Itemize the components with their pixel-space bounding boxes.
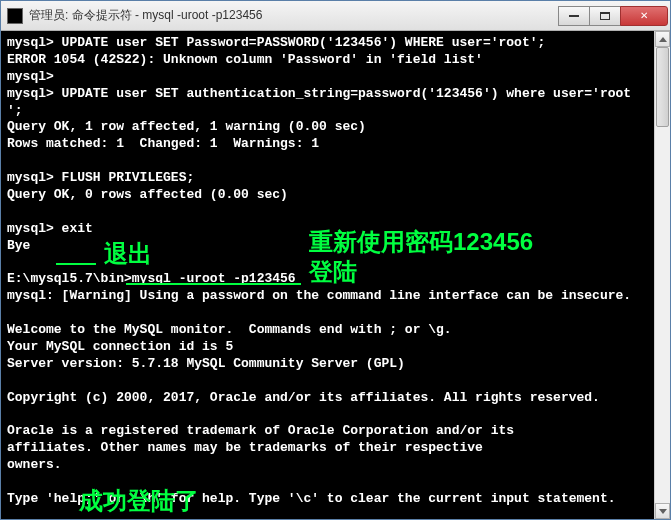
close-button[interactable]: ✕ [620, 6, 668, 26]
term-line: mysql: [Warning] Using a password on the… [7, 288, 631, 303]
term-line: Rows matched: 1 Changed: 1 Warnings: 1 [7, 136, 319, 151]
term-line: mysql> FLUSH PRIVILEGES; [7, 170, 194, 185]
arrow-up-icon [659, 37, 667, 42]
term-line: Oracle is a registered trademark of Orac… [7, 423, 514, 438]
term-line: Query OK, 0 rows affected (0.00 sec) [7, 187, 288, 202]
term-line: Welcome to the MySQL monitor. Commands e… [7, 322, 452, 337]
close-icon: ✕ [640, 10, 648, 21]
minimize-button[interactable] [558, 6, 590, 26]
term-line: E:\mysql5.7\bin>mysql -uroot -p123456 [7, 271, 296, 286]
term-line: Your MySQL connection id is 5 [7, 339, 233, 354]
arrow-down-icon [659, 509, 667, 514]
titlebar[interactable]: 管理员: 命令提示符 - mysql -uroot -p123456 ✕ [1, 1, 670, 31]
scroll-thumb[interactable] [656, 47, 669, 127]
term-line: '; [7, 103, 23, 118]
term-line: mysql> UPDATE user SET Password=PASSWORD… [7, 35, 545, 50]
term-line: Server version: 5.7.18 MySQL Community S… [7, 356, 405, 371]
window-title: 管理员: 命令提示符 - mysql -uroot -p123456 [29, 7, 559, 24]
window-frame: 管理员: 命令提示符 - mysql -uroot -p123456 ✕ mys… [0, 0, 671, 520]
term-line: Copyright (c) 2000, 2017, Oracle and/or … [7, 390, 600, 405]
term-line: affiliates. Other names may be trademark… [7, 440, 483, 455]
term-line: Bye [7, 238, 30, 253]
minimize-icon [569, 15, 579, 17]
term-line: owners. [7, 457, 62, 472]
term-line: mysql> exit [7, 221, 93, 236]
maximize-icon [600, 12, 610, 20]
scrollbar[interactable] [654, 31, 670, 519]
terminal-content[interactable]: mysql> UPDATE user SET Password=PASSWORD… [1, 31, 670, 519]
maximize-button[interactable] [589, 6, 621, 26]
term-line: mysql> [7, 69, 54, 84]
term-line: mysql> UPDATE user SET authentication_st… [7, 86, 631, 101]
term-line: ERROR 1054 (42S22): Unknown column 'Pass… [7, 52, 483, 67]
term-line: Query OK, 1 row affected, 1 warning (0.0… [7, 119, 366, 134]
cmd-icon [7, 8, 23, 24]
window-buttons: ✕ [559, 6, 668, 26]
scroll-down-button[interactable] [655, 503, 670, 519]
scroll-up-button[interactable] [655, 31, 670, 47]
term-line: Type 'help;' or '\h' for help. Type '\c'… [7, 491, 616, 506]
